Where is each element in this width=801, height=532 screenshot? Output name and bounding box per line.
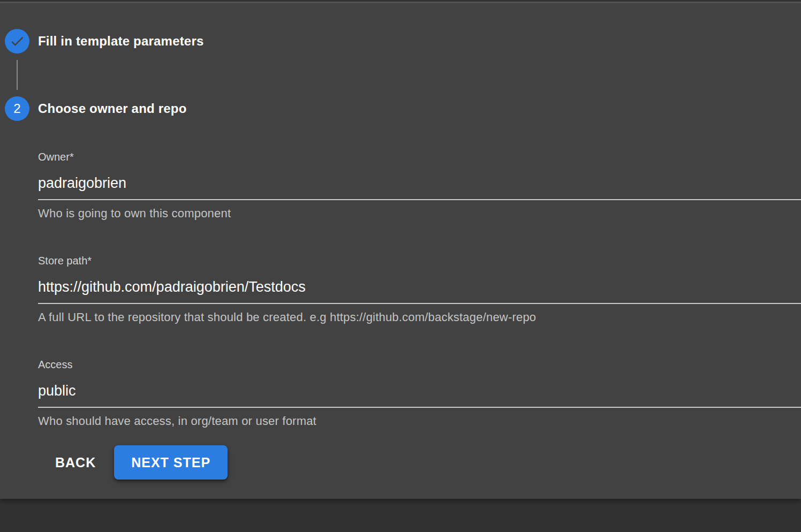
access-input[interactable] <box>38 382 801 408</box>
next-step-button[interactable]: NEXT STEP <box>114 445 228 480</box>
step-label: Fill in template parameters <box>38 34 204 49</box>
stepper-step-active[interactable]: 2 Choose owner and repo <box>0 96 801 121</box>
store-path-helper-text: A full URL to the repository that should… <box>38 310 801 324</box>
wizard-card: Fill in template parameters 2 Choose own… <box>0 3 801 499</box>
step-connector-line <box>17 60 18 90</box>
scaffolder-wizard-page: Fill in template parameters 2 Choose own… <box>0 0 801 532</box>
form-actions: BACK NEXT STEP <box>47 445 801 480</box>
step-number: 2 <box>13 101 20 116</box>
owner-helper-text: Who is going to own this component <box>38 207 801 221</box>
store-path-field-label: Store path* <box>38 255 801 267</box>
step-content-form: Owner* Who is going to own this componen… <box>38 151 801 480</box>
step-completed-icon <box>5 29 29 54</box>
step-number-icon: 2 <box>5 96 29 121</box>
owner-input[interactable] <box>38 174 801 200</box>
back-button[interactable]: BACK <box>47 445 104 480</box>
step-label: Choose owner and repo <box>38 101 187 116</box>
store-path-input[interactable] <box>38 278 801 304</box>
owner-field-group: Owner* Who is going to own this componen… <box>38 151 801 221</box>
stepper-step-completed[interactable]: Fill in template parameters <box>0 29 801 54</box>
access-helper-text: Who should have access, in org/team or u… <box>38 414 801 428</box>
owner-field-label: Owner* <box>38 151 801 163</box>
check-icon <box>9 33 25 49</box>
access-field-group: Access Who should have access, in org/te… <box>38 359 801 428</box>
store-path-field-group: Store path* A full URL to the repository… <box>38 255 801 324</box>
page-background-bottom <box>0 499 801 532</box>
access-field-label: Access <box>38 359 801 371</box>
